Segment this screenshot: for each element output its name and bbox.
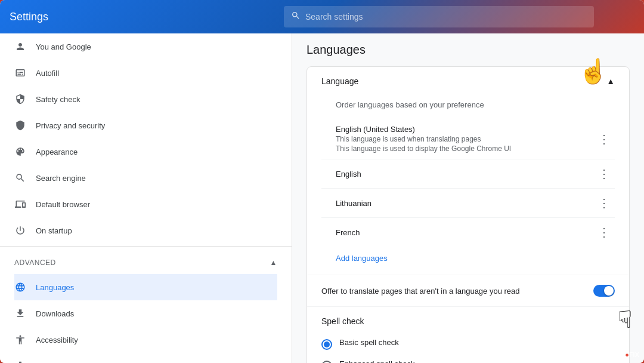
- order-lang-subtitle: Order languages based on your preference: [321, 96, 615, 114]
- chevron-up-icon: ▲: [270, 259, 277, 267]
- download-icon: [14, 307, 26, 319]
- language-card-body: Order languages based on your preference…: [307, 96, 629, 275]
- autofill-icon: [14, 67, 26, 79]
- sidebar-item-you-and-google-label: You and Google: [36, 42, 91, 51]
- sidebar-item-on-startup-label: On startup: [36, 226, 72, 235]
- lang-info-english: English: [336, 170, 593, 179]
- search-bar[interactable]: [284, 6, 594, 27]
- person-icon: [14, 41, 26, 53]
- search-engine-icon: [14, 172, 26, 184]
- shield-icon: [14, 93, 26, 105]
- chevron-up-icon: ▲: [606, 76, 615, 86]
- basic-spell-check-radio[interactable]: [321, 339, 332, 350]
- language-card-title: Language: [321, 76, 358, 86]
- more-options-lithuanian[interactable]: ⋮: [593, 195, 615, 211]
- more-options-french[interactable]: ⋮: [593, 224, 615, 241]
- basic-spell-check-info: Basic spell check: [339, 338, 399, 347]
- sidebar-item-accessibility[interactable]: Accessibility: [14, 327, 277, 353]
- enhanced-spell-check-option[interactable]: Enhanced spell check Uses the same spell…: [321, 355, 615, 363]
- language-row-english-us: English (United States) This language is…: [321, 119, 615, 159]
- lang-desc2-english-us: This language is used to display the Goo…: [336, 144, 593, 153]
- sidebar-item-languages[interactable]: Languages: [14, 274, 277, 300]
- sidebar-divider: [0, 246, 292, 247]
- lang-name-french: French: [336, 228, 593, 237]
- more-options-english-us[interactable]: ⋮: [593, 131, 615, 147]
- language-row-english: English ⋮: [321, 159, 615, 189]
- sidebar-item-on-startup[interactable]: On startup: [0, 217, 292, 244]
- accessibility-icon: [14, 334, 26, 346]
- lang-info-english-us: English (United States) This language is…: [336, 125, 593, 153]
- browser-icon: [14, 198, 26, 210]
- sidebar-item-languages-label: Languages: [36, 283, 74, 292]
- sidebar-item-default-browser[interactable]: Default browser: [0, 191, 292, 217]
- search-input[interactable]: [305, 12, 587, 21]
- sidebar-item-accessibility-label: Accessibility: [36, 336, 78, 344]
- enhanced-spell-check-label: Enhanced spell check: [339, 359, 615, 363]
- content-area: ☝ Languages Language ▲ Order languages b…: [292, 33, 644, 363]
- translate-toggle-label: Offer to translate pages that aren't in …: [321, 287, 520, 296]
- advanced-items: Languages Downloads Accessibility: [14, 274, 277, 363]
- lang-name-english-us: English (United States): [336, 125, 593, 134]
- system-icon: [14, 360, 26, 363]
- sidebar-item-autofill-label: Autofill: [36, 69, 59, 78]
- language-card-header[interactable]: Language ▲: [307, 67, 629, 96]
- sidebar-item-autofill[interactable]: Autofill: [0, 60, 292, 86]
- lang-desc1-english-us: This language is used when translating p…: [336, 135, 593, 143]
- enhanced-spell-check-radio[interactable]: [321, 361, 332, 363]
- privacy-icon: [14, 119, 26, 131]
- sidebar-item-downloads-label: Downloads: [36, 309, 74, 318]
- sidebar-item-appearance[interactable]: Appearance: [0, 139, 292, 165]
- toggle-slider: [593, 285, 615, 297]
- sidebar-item-search-engine-label: Search engine: [36, 174, 86, 183]
- sidebar-item-safety-check-label: Safety check: [36, 95, 80, 104]
- sidebar-item-downloads[interactable]: Downloads: [14, 300, 277, 327]
- sidebar-item-privacy-security-label: Privacy and security: [36, 121, 105, 130]
- startup-icon: [14, 224, 26, 236]
- lang-info-french: French: [336, 228, 593, 237]
- spell-check-section: Spell check Basic spell check Enhanced s…: [307, 306, 629, 363]
- language-card: Language ▲ Order languages based on your…: [306, 66, 630, 363]
- translate-toggle[interactable]: [593, 285, 615, 297]
- sidebar-item-system[interactable]: System: [14, 353, 277, 363]
- watermark: UG●FIX: [615, 351, 639, 358]
- advanced-section: Advanced ▲ Languages Downloads: [0, 249, 292, 363]
- add-languages-button[interactable]: Add languages: [321, 247, 388, 270]
- app-title: Settings: [10, 11, 284, 23]
- lang-name-lithuanian: Lithuanian: [336, 199, 593, 208]
- sidebar: You and Google Autofill Safety check Pri…: [0, 33, 292, 363]
- more-options-english[interactable]: ⋮: [593, 165, 615, 182]
- sidebar-item-search-engine[interactable]: Search engine: [0, 165, 292, 191]
- sidebar-item-default-browser-label: Default browser: [36, 200, 90, 209]
- lang-info-lithuanian: Lithuanian: [336, 199, 593, 208]
- globe-icon: [14, 281, 26, 293]
- advanced-label: Advanced: [14, 259, 56, 267]
- basic-spell-check-label: Basic spell check: [339, 338, 399, 347]
- language-row-french: French ⋮: [321, 218, 615, 247]
- advanced-header[interactable]: Advanced ▲: [14, 254, 277, 272]
- sidebar-item-you-and-google[interactable]: You and Google: [0, 33, 292, 60]
- appearance-icon: [14, 146, 26, 158]
- translate-toggle-row: Offer to translate pages that aren't in …: [307, 275, 629, 306]
- page-title: Languages: [306, 43, 630, 57]
- sidebar-item-safety-check[interactable]: Safety check: [0, 86, 292, 112]
- sidebar-item-privacy-security[interactable]: Privacy and security: [0, 112, 292, 139]
- search-icon: [291, 11, 301, 23]
- spell-check-title: Spell check: [321, 316, 615, 326]
- basic-spell-check-option[interactable]: Basic spell check: [321, 333, 615, 355]
- enhanced-spell-check-info: Enhanced spell check Uses the same spell…: [339, 359, 615, 363]
- language-row-lithuanian: Lithuanian ⋮: [321, 189, 615, 218]
- lang-name-english: English: [336, 170, 593, 179]
- header: Settings: [0, 0, 644, 33]
- sidebar-item-appearance-label: Appearance: [36, 147, 78, 156]
